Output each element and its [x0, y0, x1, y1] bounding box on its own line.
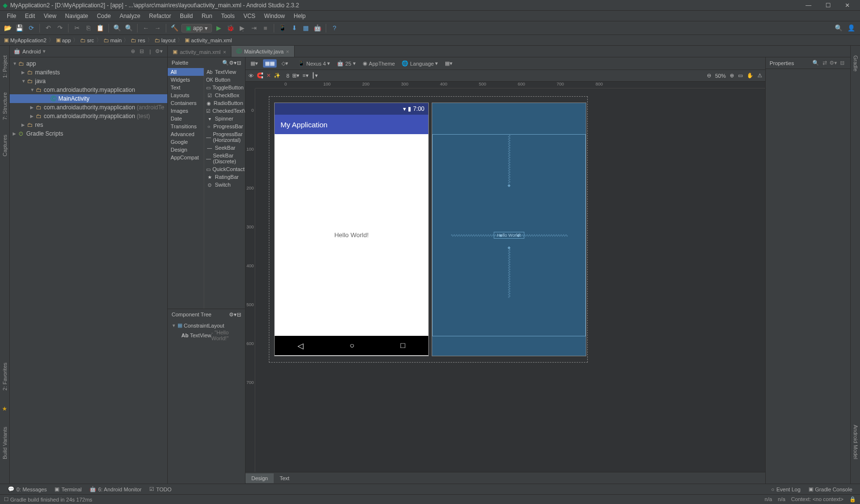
- close-button[interactable]: ✕: [838, 2, 857, 9]
- blueprint-textview[interactable]: Hello World!: [494, 232, 525, 239]
- scroll-from-source-icon[interactable]: ⊕: [128, 48, 137, 54]
- project-structure-icon[interactable]: ▦: [301, 23, 311, 33]
- menu-run[interactable]: Run: [198, 12, 216, 20]
- orientation-toggle[interactable]: ◇▾: [280, 59, 290, 68]
- palette-item-switch[interactable]: ⊙Switch: [204, 181, 245, 189]
- palette-item-spinner[interactable]: ▾Spinner: [204, 115, 245, 122]
- eye-icon[interactable]: 👁: [248, 73, 254, 79]
- attach-debugger-icon[interactable]: ⇥: [249, 23, 259, 33]
- palette-search-icon[interactable]: 🔍: [222, 60, 229, 66]
- close-tab-icon[interactable]: ×: [286, 49, 289, 54]
- forward-icon[interactable]: →: [153, 23, 162, 33]
- pack-icon[interactable]: ⊞▾: [292, 72, 299, 79]
- tab-captures[interactable]: Captures: [2, 135, 8, 156]
- zoom-in-icon[interactable]: ⊕: [730, 72, 734, 79]
- palette-categories[interactable]: AllWidgetsTextLayoutsContainersImagesDat…: [168, 68, 204, 309]
- palette-item-togglebutton[interactable]: ▭ToggleButton: [204, 84, 245, 91]
- ct-textview[interactable]: Ab TextView - "Hello World!": [170, 329, 243, 342]
- palette-cat-widgets[interactable]: Widgets: [168, 76, 204, 84]
- blueprint-preview[interactable]: ∿∿∿∿∿∿∿∿∿∿∿∿∿∿∿∿∿∿∿∿◆ ◆∿∿∿∿∿∿∿∿∿∿∿∿∿∿∿∿∿…: [432, 103, 586, 356]
- palette-item-seekbar[interactable]: —SeekBar: [204, 144, 245, 152]
- menu-build[interactable]: Build: [176, 12, 197, 20]
- copy-icon[interactable]: ⎘: [84, 23, 93, 33]
- tree-pkg1[interactable]: ▼🗀com.androidauthority.myapplication: [10, 86, 167, 94]
- back-icon[interactable]: ←: [141, 23, 151, 33]
- bc-src[interactable]: 🗀src: [80, 37, 94, 43]
- pan-icon[interactable]: ✋: [747, 72, 754, 79]
- tab-messages[interactable]: 💬0: Messages: [4, 486, 51, 492]
- build-icon[interactable]: 🔨: [170, 23, 179, 33]
- cut-icon[interactable]: ✂: [72, 23, 82, 33]
- run-config-selector[interactable]: ▣app▾: [181, 24, 212, 33]
- close-tab-icon[interactable]: ×: [223, 49, 226, 55]
- redo-icon[interactable]: ↷: [55, 23, 65, 33]
- align-icon[interactable]: ≡▾: [302, 72, 308, 79]
- tab-main-activity-java[interactable]: ⒸMainActivity.java×: [231, 46, 295, 57]
- maximize-button[interactable]: ☐: [818, 2, 838, 9]
- profile-icon[interactable]: ▶̣: [237, 23, 247, 33]
- bc-main[interactable]: 🗀main: [104, 37, 122, 43]
- api-selector[interactable]: 🤖25▾: [335, 59, 357, 68]
- tab-event-log[interactable]: ○Event Log: [767, 486, 804, 492]
- tab-structure[interactable]: 7: Structure: [2, 92, 8, 120]
- palette-settings-icon[interactable]: ⚙▾: [229, 60, 237, 66]
- canvas-scroll[interactable]: 0100200300400500600700800 01002003004005…: [246, 82, 765, 472]
- tree-app[interactable]: ▼🗀app: [10, 59, 167, 68]
- replace-icon[interactable]: 🔍: [124, 23, 134, 33]
- find-icon[interactable]: 🔍: [112, 23, 122, 33]
- bc-app[interactable]: ▣app: [56, 37, 71, 43]
- palette-cat-all[interactable]: All: [168, 68, 204, 76]
- infer-constraints-icon[interactable]: ✨: [274, 72, 281, 79]
- ct-hide-icon[interactable]: ⊟: [237, 312, 241, 318]
- ct-settings-icon[interactable]: ⚙▾: [229, 312, 237, 318]
- tree-pkg3[interactable]: ▶🗀com.androidauthority.myapplication (te…: [10, 112, 167, 121]
- tree-gradle[interactable]: ▶⊙Gradle Scripts: [10, 129, 167, 138]
- tab-favorites[interactable]: 2: Favorites: [2, 363, 8, 390]
- palette-item-checkedtextview[interactable]: ☑CheckedTextView: [204, 107, 245, 115]
- properties-hide-icon[interactable]: ⊟: [838, 60, 846, 66]
- bc-res[interactable]: 🗀res: [131, 37, 145, 43]
- tab-design[interactable]: Design: [246, 473, 274, 483]
- menu-vcs[interactable]: VCS: [240, 12, 260, 20]
- tree-java[interactable]: ▼🗀java: [10, 77, 167, 86]
- debug-icon[interactable]: 🐞: [226, 23, 235, 33]
- status-context[interactable]: Context: <no context>: [791, 496, 843, 503]
- design-blueprint-toggle[interactable]: ▦▦: [263, 59, 277, 68]
- menu-view[interactable]: View: [40, 12, 60, 20]
- default-margin[interactable]: 8: [286, 73, 289, 79]
- run-icon[interactable]: ▶: [214, 23, 224, 33]
- palette-item-ratingbar[interactable]: ★RatingBar: [204, 173, 245, 181]
- guidelines-icon[interactable]: ┃▾: [312, 72, 318, 79]
- clear-constraints-icon[interactable]: ✕: [266, 72, 271, 79]
- menu-refactor[interactable]: Refactor: [145, 12, 175, 20]
- palette-cat-images[interactable]: Images: [168, 107, 204, 115]
- tab-project[interactable]: 1: Project: [2, 55, 8, 78]
- menu-file[interactable]: File: [3, 12, 20, 20]
- language-selector[interactable]: 🌐Language▾: [400, 59, 440, 68]
- menu-navigate[interactable]: Navigate: [61, 12, 92, 20]
- save-icon[interactable]: 💾: [15, 23, 24, 33]
- minimize-button[interactable]: —: [799, 2, 818, 9]
- device-preview[interactable]: ▾ ▮ 7:00 My Application Hello World! ◁ ○…: [275, 103, 428, 356]
- tree-manifests[interactable]: ▶🗀manifests: [10, 68, 167, 77]
- undo-icon[interactable]: ↶: [43, 23, 53, 33]
- stop-icon[interactable]: ■: [261, 23, 270, 33]
- tab-todo[interactable]: ☑TODO: [145, 486, 176, 492]
- palette-item-quickcontactbadge[interactable]: ▭QuickContactBadge: [204, 165, 245, 173]
- device-content[interactable]: Hello World!: [275, 134, 428, 336]
- tab-gradle[interactable]: Gradle: [853, 55, 859, 71]
- variant-selector-icon[interactable]: ▦▾: [443, 59, 455, 68]
- tree-main-activity[interactable]: ⒸMainActivity: [10, 94, 167, 103]
- menu-edit[interactable]: Edit: [21, 12, 39, 20]
- palette-cat-google[interactable]: Google: [168, 138, 204, 146]
- palette-cat-advanced[interactable]: Advanced: [168, 130, 204, 138]
- properties-search-icon[interactable]: 🔍: [811, 60, 820, 66]
- tab-activity-main-xml[interactable]: ▣activity_main.xml×: [168, 47, 231, 57]
- bc-root[interactable]: ▣MyApplication2: [4, 37, 47, 43]
- settings-icon[interactable]: ⚙▾: [155, 48, 163, 54]
- avd-icon[interactable]: 📱: [278, 23, 287, 33]
- tab-text[interactable]: Text: [274, 473, 295, 483]
- paste-icon[interactable]: 📋: [95, 23, 105, 33]
- palette-cat-design[interactable]: Design: [168, 146, 204, 154]
- android-icon[interactable]: 🤖: [313, 23, 322, 33]
